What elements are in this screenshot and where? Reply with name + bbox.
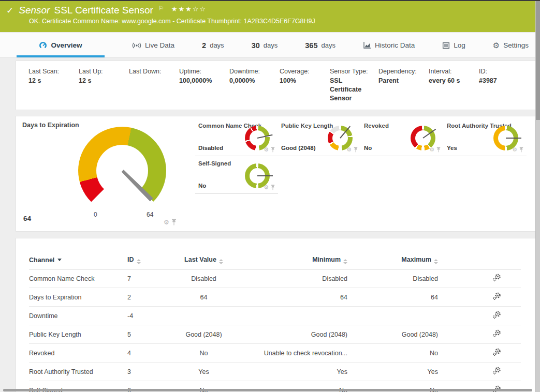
id-cell: 3 bbox=[127, 363, 166, 381]
minimum-cell: 64 bbox=[241, 288, 347, 307]
table-row[interactable]: Common Name Check7DisabledDisabledDisabl… bbox=[29, 269, 521, 288]
channel-settings-cell bbox=[438, 307, 521, 325]
table-header-row: Channel ID Last Value Minimum Maximum bbox=[29, 253, 521, 269]
minimum-cell: Unable to check revocation... bbox=[241, 344, 347, 363]
status-ok-check-icon: ✓ bbox=[6, 5, 13, 16]
primary-gauge-title: Days to Expiration bbox=[22, 122, 79, 129]
tab-historic-data[interactable]: Historic Data bbox=[363, 33, 415, 57]
channel-settings-gears-icon[interactable] bbox=[492, 348, 501, 356]
gauge-needle bbox=[257, 134, 273, 139]
tab-overview[interactable]: Overview bbox=[17, 33, 105, 57]
star-empty-icon[interactable]: ☆ bbox=[193, 5, 200, 13]
info-item: Coverage:100% bbox=[280, 68, 330, 103]
tab-365-days[interactable]: 365 days bbox=[305, 33, 335, 57]
gear-icon[interactable]: ⚙ bbox=[264, 147, 269, 153]
pin-icon[interactable] bbox=[354, 147, 358, 153]
tab-label: days bbox=[264, 41, 278, 49]
vertical-scrollbar-thumb[interactable] bbox=[536, 1, 540, 120]
pin-icon[interactable] bbox=[271, 185, 275, 190]
maximum-cell: Yes bbox=[347, 363, 438, 381]
info-label: ID: bbox=[479, 68, 529, 75]
tab-log[interactable]: Log bbox=[442, 33, 465, 57]
tab-30-days[interactable]: 30 days bbox=[252, 33, 278, 57]
gauge-title: Revoked bbox=[364, 123, 389, 129]
prtg-sensor-page: ✓ Sensor SSL Certificate Sensor ⚐ ★★★☆☆ … bbox=[0, 0, 540, 392]
tab-2-days[interactable]: 2 days bbox=[202, 33, 224, 57]
info-label: Last Scan: bbox=[28, 68, 79, 75]
last-value-cell bbox=[166, 307, 241, 325]
gauge-scale-min: 0 bbox=[94, 211, 97, 218]
table-row[interactable]: Public Key Length5Good (2048)Good (2048)… bbox=[29, 325, 521, 344]
info-value: 100% bbox=[280, 77, 320, 85]
tab-label: Historic Data bbox=[375, 41, 415, 49]
gauge-value: No bbox=[364, 145, 372, 151]
gauge-panel-self-signed: Self-Signed No ⚙ bbox=[195, 156, 278, 194]
tab-number: 365 bbox=[305, 41, 317, 50]
info-item: ID:#3987 bbox=[479, 68, 529, 103]
gear-icon[interactable]: ⚙ bbox=[512, 147, 517, 153]
status-message: OK. Certificate Common Name: www.google.… bbox=[29, 18, 536, 25]
column-header-minimum[interactable]: Minimum bbox=[241, 253, 347, 269]
primary-gauge-value: 64 bbox=[23, 215, 31, 222]
pin-icon[interactable] bbox=[519, 147, 523, 153]
maximum-cell: No bbox=[347, 344, 438, 363]
channel-settings-cell bbox=[438, 325, 521, 344]
info-item: Sensor Type:SSL Certificate Sensor bbox=[330, 68, 378, 103]
star-filled-icon[interactable]: ★ bbox=[185, 5, 193, 13]
sort-icon bbox=[434, 259, 438, 264]
tab-settings[interactable]: ⚙ Settings bbox=[493, 33, 529, 57]
channel-settings-gears-icon[interactable] bbox=[492, 367, 501, 375]
star-filled-icon[interactable]: ★ bbox=[171, 5, 179, 13]
tab-label: days bbox=[321, 41, 335, 49]
gear-icon[interactable]: ⚙ bbox=[346, 147, 352, 153]
channel-settings-gears-icon[interactable] bbox=[492, 311, 501, 319]
info-label: Dependency: bbox=[378, 68, 429, 75]
channel-cell: Common Name Check bbox=[29, 269, 127, 288]
info-item: Uptime:100,0000% bbox=[179, 68, 229, 103]
column-header-id[interactable]: ID bbox=[127, 253, 166, 269]
column-header-last-value[interactable]: Last Value bbox=[166, 253, 241, 269]
minimum-cell bbox=[241, 307, 347, 325]
column-header-maximum[interactable]: Maximum bbox=[347, 253, 438, 269]
gauge-value: Disabled bbox=[198, 145, 223, 151]
tab-live-data[interactable]: Live Data bbox=[132, 33, 174, 57]
channel-table-body: Common Name Check7DisabledDisabledDisabl… bbox=[29, 269, 521, 392]
flag-icon[interactable]: ⚐ bbox=[158, 5, 164, 12]
info-value: Parent bbox=[378, 77, 419, 85]
column-header-channel[interactable]: Channel bbox=[29, 253, 127, 269]
tab-label: days bbox=[210, 41, 224, 49]
log-list-icon bbox=[442, 42, 450, 49]
pin-icon[interactable] bbox=[171, 219, 177, 225]
info-value: 12 s bbox=[28, 77, 69, 85]
channel-settings-gears-icon[interactable] bbox=[492, 329, 501, 338]
tab-bar: Overview Live Data 2 days 30 days 365 bbox=[0, 33, 536, 58]
gauge-icon bbox=[39, 41, 47, 50]
channel-settings-cell bbox=[438, 269, 521, 288]
gear-icon[interactable]: ⚙ bbox=[264, 185, 269, 190]
gauge-panel-actions: ⚙ bbox=[264, 185, 275, 190]
table-row[interactable]: Revoked4NoUnable to check revocation...N… bbox=[29, 344, 521, 363]
pin-icon[interactable] bbox=[436, 147, 441, 153]
info-item: Downtime:0,0000% bbox=[229, 68, 280, 103]
sort-icon bbox=[137, 259, 141, 264]
last-value-cell: Disabled bbox=[166, 269, 241, 288]
gauge-needle bbox=[340, 126, 351, 138]
channel-settings-gears-icon[interactable] bbox=[492, 274, 501, 282]
mini-gauge-grid: Common Name Check Disabled ⚙ Public Key … bbox=[195, 118, 527, 194]
star-filled-icon[interactable]: ★ bbox=[178, 5, 185, 13]
table-row[interactable]: Downtime-4 bbox=[29, 307, 521, 325]
minimum-cell: Disabled bbox=[241, 269, 347, 288]
vertical-scrollbar[interactable] bbox=[535, 1, 540, 392]
maximum-cell: Disabled bbox=[347, 269, 438, 288]
gear-icon[interactable]: ⚙ bbox=[429, 147, 434, 153]
gear-icon[interactable]: ⚙ bbox=[164, 219, 169, 225]
star-empty-icon[interactable]: ☆ bbox=[199, 5, 207, 13]
pin-icon[interactable] bbox=[271, 147, 275, 153]
table-row[interactable]: Days to Expiration2646464 bbox=[29, 288, 521, 307]
primary-gauge-needle bbox=[121, 169, 153, 202]
horizontal-scrollbar-thumb[interactable] bbox=[3, 389, 532, 391]
channel-settings-gears-icon[interactable] bbox=[492, 292, 501, 300]
info-item: Dependency:Parent bbox=[378, 68, 429, 103]
table-row[interactable]: Root Authority Trusted3YesYesYes bbox=[29, 363, 521, 381]
channel-cell: Downtime bbox=[29, 307, 127, 325]
